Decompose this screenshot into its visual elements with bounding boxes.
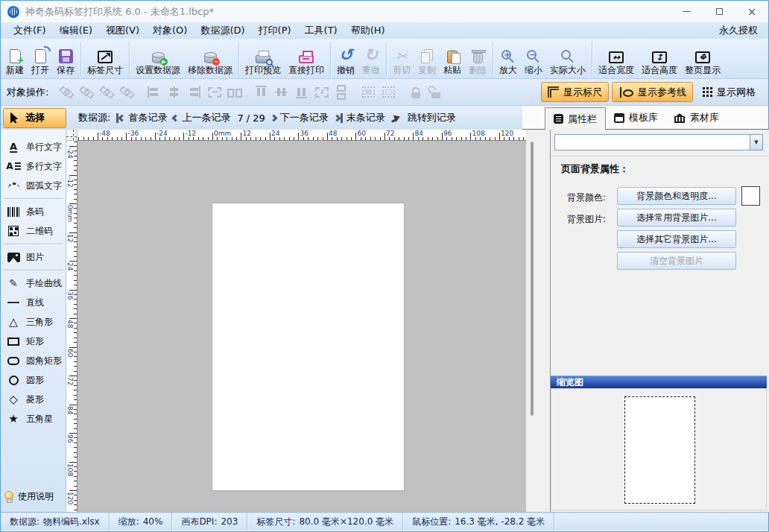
label-page[interactable]: [212, 203, 404, 490]
background-color-button[interactable]: 背景颜色和透明度...: [617, 187, 736, 205]
tool-rounded-rectangle[interactable]: 圆角矩形: [1, 351, 66, 370]
tab-materials[interactable]: 素材库: [666, 106, 727, 130]
combobox-dropdown-button[interactable]: ▼: [750, 135, 762, 150]
new-document-icon: +: [10, 49, 21, 63]
select-tool-button[interactable]: 选择: [3, 108, 66, 128]
jump-to-record-button[interactable]: 跳转到记录: [391, 111, 456, 124]
star-icon: ★: [8, 414, 18, 425]
menu-item-help[interactable]: 帮助(H): [344, 22, 392, 39]
tool-arc-text[interactable]: 圆弧文字: [1, 176, 66, 195]
fit-width-button[interactable]: ↔适合宽度: [595, 39, 638, 78]
tab-templates[interactable]: 模板库: [606, 106, 666, 130]
properties-panel: ▼ 页面背景属性： 背景颜色: 背景颜色和透明度... 背景图片: 选择常用背景…: [550, 130, 769, 512]
show-grid-toggle[interactable]: 显示网格: [696, 82, 762, 102]
design-canvas[interactable]: [77, 141, 526, 512]
menu-item-tools[interactable]: 工具(T): [298, 22, 344, 39]
thumbnail-area: [551, 388, 767, 510]
tool-multi-line-text[interactable]: A多行文字: [1, 156, 66, 176]
menu-item-edit[interactable]: 编辑(E): [53, 22, 99, 39]
open-document-button[interactable]: 打开: [28, 39, 53, 78]
toolbox-separator: [3, 244, 63, 244]
show-ruler-label: 显示标尺: [563, 86, 602, 99]
status-canvas-dpi-value: 203: [221, 516, 238, 527]
actual-size-button[interactable]: 实际大小: [546, 39, 589, 78]
direct-print-icon: [299, 49, 314, 63]
set-datasource-button[interactable]: ▶设置数据源: [132, 39, 184, 78]
status-canvas-dpi: 画布DPI:203: [172, 513, 247, 531]
direct-print-button[interactable]: 直接打印: [285, 39, 328, 78]
help-button[interactable]: 使用说明: [4, 490, 54, 503]
first-record-icon: [116, 113, 124, 123]
tool-arc-text-label: 圆弧文字: [26, 180, 62, 192]
tool-triangle[interactable]: △三角形: [1, 312, 66, 332]
ruler-origin-corner: [66, 130, 77, 141]
move-backward-button: [98, 83, 116, 101]
tool-rounded-rectangle-label: 圆角矩形: [26, 355, 62, 367]
previous-record-button[interactable]: 上一条记录7 / 29: [173, 111, 265, 124]
tool-image[interactable]: 图片: [1, 247, 66, 267]
delete-icon: [473, 49, 483, 63]
toolbox-separator: [3, 270, 63, 270]
jump-to-record-icon: [391, 113, 404, 123]
menu-item-print[interactable]: 打印(P): [252, 22, 298, 39]
zoom-in-button[interactable]: +放大: [496, 39, 521, 78]
vertical-ruler: -24-120mm1224364860728496108120: [66, 141, 77, 512]
print-preview-button[interactable]: 打印预览: [241, 39, 285, 78]
menu-item-object[interactable]: 对象(O): [146, 22, 194, 39]
workspace: A单行文字A多行文字圆弧文字条码二维码图片✎手绘曲线直线△三角形矩形圆角矩形圆形…: [1, 130, 768, 512]
distribute-horizontal-button: [225, 83, 244, 101]
fit-height-button[interactable]: ↕适合高度: [638, 39, 681, 78]
canvas-scrollbar-thumb[interactable]: [531, 142, 534, 416]
remove-datasource-button[interactable]: −移除数据源: [184, 39, 236, 78]
paste-icon: [447, 49, 458, 63]
object-selector-combobox[interactable]: ▼: [554, 134, 763, 151]
tool-straight-line-label: 直线: [26, 297, 44, 309]
menu-item-file[interactable]: 文件(F): [7, 22, 53, 39]
tool-rectangle[interactable]: 矩形: [1, 332, 66, 351]
undo-button[interactable]: ↺撤销: [333, 39, 358, 78]
choose-other-bg-image-button[interactable]: 选择其它背景图片...: [617, 230, 736, 248]
menu-item-view[interactable]: 视图(V): [99, 22, 146, 39]
tool-straight-line[interactable]: 直线: [1, 293, 66, 312]
label-size-button[interactable]: 标签尺寸: [83, 39, 127, 78]
zoom-in-icon: +: [501, 50, 515, 63]
close-button[interactable]: ×: [735, 1, 768, 22]
status-mouse-position-value: 16.3 毫米, -28.2 毫米: [455, 516, 545, 528]
menu-item-datasource[interactable]: 数据源(D): [194, 22, 251, 39]
datasource-label: 数据源:: [78, 111, 110, 124]
background-color-swatch[interactable]: [741, 186, 760, 206]
tool-freehand-curve[interactable]: ✎手绘曲线: [1, 273, 66, 293]
tool-single-line-text[interactable]: A单行文字: [1, 137, 66, 156]
tool-barcode-label: 条码: [26, 206, 44, 218]
last-record-button[interactable]: 末条记录: [335, 111, 385, 124]
undo-label: 撤销: [337, 66, 355, 75]
open-document-label: 打开: [31, 66, 49, 75]
tab-properties[interactable]: 属性栏: [545, 107, 606, 130]
paste-button[interactable]: 粘贴: [440, 39, 465, 78]
tool-barcode[interactable]: 条码: [1, 202, 66, 221]
actual-size-icon: [561, 50, 575, 63]
tool-diamond[interactable]: ◇菱形: [1, 390, 66, 409]
print-preview-icon: [256, 49, 270, 63]
choose-common-bg-image-button[interactable]: 选择常用背景图片...: [617, 209, 736, 227]
full-page-button[interactable]: ↔↕整页显示: [681, 39, 724, 78]
zoom-out-button[interactable]: −缩小: [521, 39, 546, 78]
first-record-button[interactable]: 首条记录: [116, 111, 167, 124]
save-button[interactable]: 保存: [53, 39, 78, 78]
tool-qrcode[interactable]: 二维码: [1, 221, 66, 241]
thumbnail-page-preview[interactable]: [624, 396, 695, 504]
show-guides-toggle[interactable]: 显示参考线: [612, 82, 693, 102]
minimize-button[interactable]: [670, 1, 703, 22]
tool-circle[interactable]: 圆形: [1, 370, 66, 390]
tool-star[interactable]: ★五角星: [1, 409, 66, 428]
canvas-scrollbar-track[interactable]: [526, 130, 550, 512]
show-ruler-toggle[interactable]: 显示标尺: [541, 82, 609, 102]
same-height-button: ↕: [312, 83, 331, 101]
tool-image-label: 图片: [26, 251, 44, 264]
new-document-button[interactable]: +新建: [2, 39, 28, 78]
show-grid-label: 显示网格: [717, 86, 756, 99]
direct-print-label: 直接打印: [288, 66, 324, 75]
object-toolbar: 对象操作: ↔↕ 显示标尺显示参考线显示网格: [1, 79, 768, 106]
maximize-button[interactable]: [703, 1, 735, 22]
next-record-button[interactable]: 下一条记录: [271, 111, 329, 124]
